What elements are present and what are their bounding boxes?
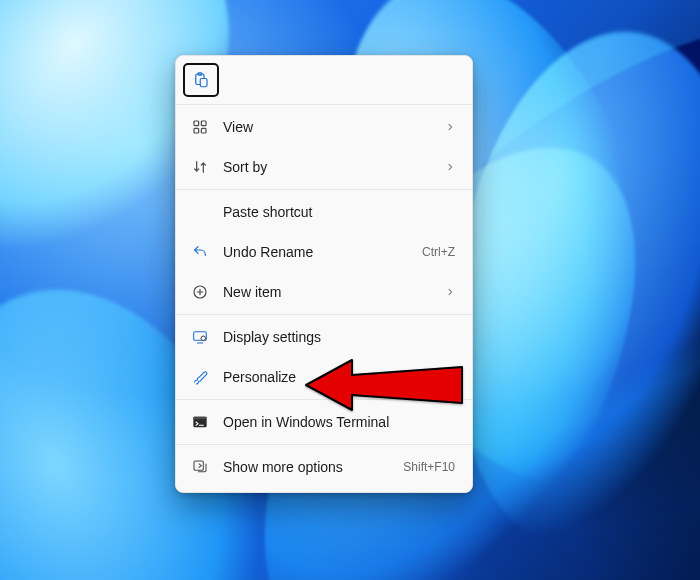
- menu-item-accelerator: Ctrl+Z: [422, 245, 455, 259]
- menu-separator: [176, 189, 472, 190]
- menu-item-new-item[interactable]: New item: [181, 272, 467, 312]
- context-menu-icon-bar: [181, 61, 467, 102]
- svg-point-9: [201, 336, 205, 340]
- menu-separator: [176, 444, 472, 445]
- display-settings-icon: [191, 328, 209, 346]
- view-icon: [191, 118, 209, 136]
- terminal-icon: [191, 413, 209, 431]
- menu-item-label: Personalize: [223, 369, 455, 385]
- menu-item-label: Show more options: [223, 459, 389, 475]
- menu-separator: [176, 104, 472, 105]
- menu-item-label: Paste shortcut: [223, 204, 455, 220]
- svg-rect-2: [200, 79, 207, 87]
- svg-rect-3: [194, 121, 199, 126]
- menu-item-label: Sort by: [223, 159, 431, 175]
- menu-item-open-terminal[interactable]: Open in Windows Terminal: [181, 402, 467, 442]
- menu-item-paste-shortcut[interactable]: Paste shortcut: [181, 192, 467, 232]
- menu-item-display-settings[interactable]: Display settings: [181, 317, 467, 357]
- menu-item-undo-rename[interactable]: Undo Rename Ctrl+Z: [181, 232, 467, 272]
- desktop-context-menu: View Sort by Paste shortcut Und: [175, 55, 473, 493]
- menu-separator: [176, 399, 472, 400]
- menu-item-sort-by[interactable]: Sort by: [181, 147, 467, 187]
- svg-rect-5: [194, 128, 199, 133]
- menu-item-label: View: [223, 119, 431, 135]
- menu-item-personalize[interactable]: Personalize: [181, 357, 467, 397]
- chevron-right-icon: [445, 122, 455, 132]
- sort-icon: [191, 158, 209, 176]
- new-item-icon: [191, 283, 209, 301]
- svg-rect-11: [193, 417, 206, 420]
- undo-icon: [191, 243, 209, 261]
- menu-item-label: New item: [223, 284, 431, 300]
- svg-rect-4: [201, 121, 206, 126]
- chevron-right-icon: [445, 287, 455, 297]
- show-more-options-icon: [191, 458, 209, 476]
- menu-item-label: Undo Rename: [223, 244, 408, 260]
- menu-separator: [176, 314, 472, 315]
- menu-item-show-more-options[interactable]: Show more options Shift+F10: [181, 447, 467, 487]
- menu-item-label: Open in Windows Terminal: [223, 414, 455, 430]
- personalize-icon: [191, 368, 209, 386]
- chevron-right-icon: [445, 162, 455, 172]
- paste-button[interactable]: [183, 63, 219, 97]
- menu-item-label: Display settings: [223, 329, 455, 345]
- paste-icon: [192, 71, 210, 89]
- menu-item-accelerator: Shift+F10: [403, 460, 455, 474]
- menu-item-view[interactable]: View: [181, 107, 467, 147]
- svg-rect-6: [201, 128, 206, 133]
